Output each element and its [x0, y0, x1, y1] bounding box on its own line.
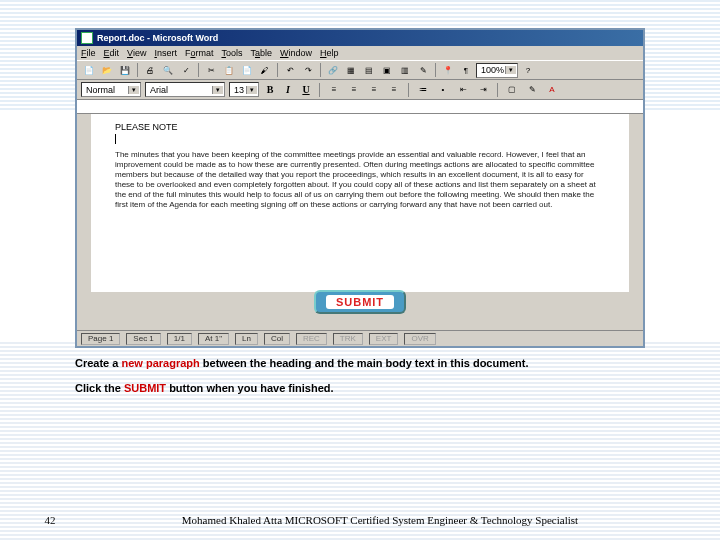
- format-painter-icon[interactable]: 🖌: [257, 62, 273, 78]
- status-col: Col: [264, 333, 290, 345]
- menubar: File Edit View Insert Format Tools Table…: [77, 46, 643, 60]
- menu-format[interactable]: Format: [185, 48, 214, 58]
- save-icon[interactable]: 💾: [117, 62, 133, 78]
- page-number: 42: [0, 514, 100, 526]
- borders-icon[interactable]: ▢: [504, 82, 520, 98]
- menu-edit[interactable]: Edit: [104, 48, 120, 58]
- highlight-icon[interactable]: ✎: [524, 82, 540, 98]
- show-hide-icon[interactable]: ¶: [458, 62, 474, 78]
- status-rec: REC: [296, 333, 327, 345]
- columns-icon[interactable]: ▥: [397, 62, 413, 78]
- separator: [408, 83, 409, 97]
- instruction-line-1: Create a new paragraph between the headi…: [75, 355, 645, 372]
- separator: [497, 83, 498, 97]
- italic-button[interactable]: I: [281, 84, 295, 95]
- status-at: At 1": [198, 333, 229, 345]
- separator: [277, 63, 278, 77]
- copy-icon[interactable]: 📋: [221, 62, 237, 78]
- decrease-indent-icon[interactable]: ⇤: [455, 82, 471, 98]
- menu-file[interactable]: File: [81, 48, 96, 58]
- open-icon[interactable]: 📂: [99, 62, 115, 78]
- menu-tools[interactable]: Tools: [221, 48, 242, 58]
- ruler: [77, 100, 643, 114]
- tables-icon[interactable]: ▦: [343, 62, 359, 78]
- separator: [319, 83, 320, 97]
- underline-button[interactable]: U: [299, 84, 313, 95]
- style-combo[interactable]: Normal: [81, 82, 141, 97]
- status-sec: Sec 1: [126, 333, 160, 345]
- bold-button[interactable]: B: [263, 84, 277, 95]
- redo-icon[interactable]: ↷: [300, 62, 316, 78]
- table-insert-icon[interactable]: ▤: [361, 62, 377, 78]
- status-ovr: OVR: [404, 333, 435, 345]
- hyperlink-icon[interactable]: 🔗: [325, 62, 341, 78]
- separator: [320, 63, 321, 77]
- instruction-line-2: Click the SUBMIT button when you have fi…: [75, 380, 645, 397]
- menu-view[interactable]: View: [127, 48, 146, 58]
- numbering-icon[interactable]: ≔: [415, 82, 431, 98]
- map-icon[interactable]: 📍: [440, 62, 456, 78]
- doc-body: The minutes that you have been keeping o…: [115, 150, 605, 210]
- standard-toolbar: 📄 📂 💾 🖨 🔍 ✓ ✂ 📋 📄 🖌 ↶ ↷ 🔗 ▦ ▤ ▣ ▥ ✎ 📍 ¶ …: [77, 60, 643, 80]
- titlebar: Report.doc - Microsoft Word: [77, 30, 643, 46]
- doc-heading: PLEASE NOTE: [115, 122, 605, 132]
- submit-button[interactable]: SUBMIT: [314, 290, 406, 314]
- font-combo[interactable]: Arial: [145, 82, 225, 97]
- word-icon: [81, 32, 93, 44]
- footer-credit: Mohamed Khaled Atta MICROSOFT Certified …: [100, 514, 660, 526]
- menu-insert[interactable]: Insert: [154, 48, 177, 58]
- submit-area: SUBMIT: [77, 286, 643, 318]
- status-trk: TRK: [333, 333, 363, 345]
- excel-icon[interactable]: ▣: [379, 62, 395, 78]
- separator: [198, 63, 199, 77]
- menu-window[interactable]: Window: [280, 48, 312, 58]
- status-ext: EXT: [369, 333, 399, 345]
- paste-icon[interactable]: 📄: [239, 62, 255, 78]
- cut-icon[interactable]: ✂: [203, 62, 219, 78]
- align-right-icon[interactable]: ≡: [366, 82, 382, 98]
- bullets-icon[interactable]: •: [435, 82, 451, 98]
- formatting-toolbar: Normal Arial 13 B I U ≡ ≡ ≡ ≡ ≔ • ⇤ ⇥ ▢ …: [77, 80, 643, 100]
- word-window: Report.doc - Microsoft Word File Edit Vi…: [75, 28, 645, 348]
- align-center-icon[interactable]: ≡: [346, 82, 362, 98]
- print-icon[interactable]: 🖨: [142, 62, 158, 78]
- status-ln: Ln: [235, 333, 258, 345]
- preview-icon[interactable]: 🔍: [160, 62, 176, 78]
- undo-icon[interactable]: ↶: [282, 62, 298, 78]
- separator: [435, 63, 436, 77]
- status-pages: 1/1: [167, 333, 192, 345]
- font-color-icon[interactable]: A: [544, 82, 560, 98]
- slide-footer: 42 Mohamed Khaled Atta MICROSOFT Certifi…: [0, 514, 720, 526]
- align-left-icon[interactable]: ≡: [326, 82, 342, 98]
- document-area[interactable]: PLEASE NOTE The minutes that you have be…: [77, 114, 643, 292]
- menu-help[interactable]: Help: [320, 48, 339, 58]
- menu-table[interactable]: Table: [250, 48, 272, 58]
- spell-icon[interactable]: ✓: [178, 62, 194, 78]
- size-combo[interactable]: 13: [229, 82, 259, 97]
- window-title: Report.doc - Microsoft Word: [97, 33, 218, 43]
- increase-indent-icon[interactable]: ⇥: [475, 82, 491, 98]
- status-page: Page 1: [81, 333, 120, 345]
- drawing-icon[interactable]: ✎: [415, 62, 431, 78]
- separator: [137, 63, 138, 77]
- submit-label: SUBMIT: [326, 295, 394, 309]
- zoom-combo[interactable]: 100%: [476, 63, 518, 78]
- text-cursor: [115, 134, 116, 144]
- new-icon[interactable]: 📄: [81, 62, 97, 78]
- instructions: Create a new paragraph between the headi…: [75, 355, 645, 396]
- justify-icon[interactable]: ≡: [386, 82, 402, 98]
- statusbar: Page 1 Sec 1 1/1 At 1" Ln Col REC TRK EX…: [77, 330, 643, 346]
- help-icon[interactable]: ?: [520, 62, 536, 78]
